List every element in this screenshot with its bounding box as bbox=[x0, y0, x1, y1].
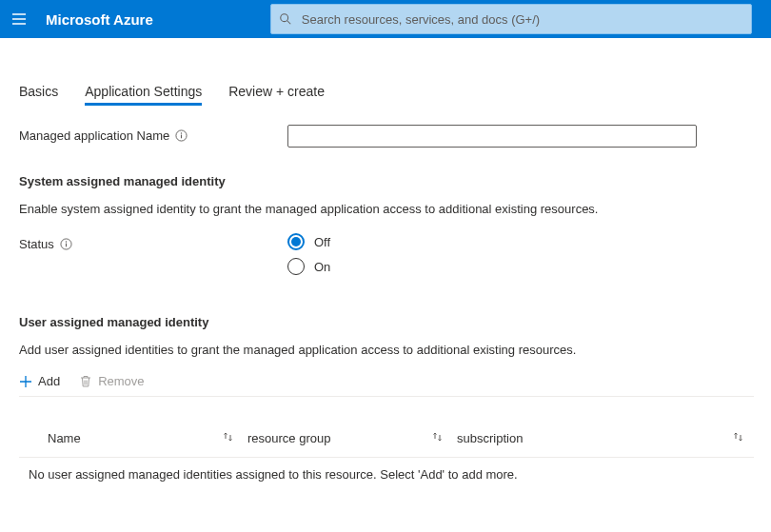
info-icon[interactable] bbox=[60, 238, 72, 250]
column-header-sub-label: subscription bbox=[457, 431, 523, 445]
system-identity-desc: Enable system assigned identity to grant… bbox=[19, 202, 754, 216]
system-identity-title: System assigned managed identity bbox=[19, 174, 754, 188]
svg-line-1 bbox=[287, 21, 291, 25]
status-label: Status bbox=[19, 237, 54, 251]
svg-point-6 bbox=[66, 241, 67, 242]
column-header-name-label: Name bbox=[48, 431, 81, 445]
status-radio-off[interactable]: Off bbox=[287, 233, 330, 250]
page-content: Basics Application Settings Review + cre… bbox=[0, 38, 771, 491]
status-radio-on[interactable]: On bbox=[287, 258, 330, 275]
identity-table-header: Name resource group subscription bbox=[19, 431, 754, 458]
svg-point-3 bbox=[181, 132, 182, 133]
user-identity-desc: Add user assigned identities to grant th… bbox=[19, 343, 754, 357]
tab-basics[interactable]: Basics bbox=[19, 80, 58, 106]
user-identity-title: User assigned managed identity bbox=[19, 315, 754, 329]
trash-icon bbox=[79, 375, 92, 388]
status-radio-on-label: On bbox=[314, 260, 330, 274]
managed-app-name-row: Managed application Name bbox=[19, 125, 754, 148]
column-header-name[interactable]: Name bbox=[29, 431, 247, 445]
plus-icon bbox=[19, 375, 32, 388]
sort-icon bbox=[432, 431, 457, 445]
status-label-container: Status bbox=[19, 233, 287, 251]
managed-app-name-label: Managed application Name bbox=[19, 128, 169, 143]
add-identity-button[interactable]: Add bbox=[19, 374, 60, 388]
tab-application-settings[interactable]: Application Settings bbox=[85, 80, 202, 106]
info-icon[interactable] bbox=[175, 129, 188, 142]
tab-review-create[interactable]: Review + create bbox=[228, 80, 325, 106]
hamburger-menu-button[interactable] bbox=[10, 0, 29, 38]
sort-icon bbox=[223, 431, 247, 445]
radio-button-icon bbox=[287, 258, 305, 275]
svg-point-0 bbox=[281, 14, 288, 22]
global-search[interactable] bbox=[270, 4, 752, 34]
column-header-resource-group[interactable]: resource group bbox=[247, 431, 457, 445]
managed-app-name-input[interactable] bbox=[287, 125, 697, 148]
add-identity-label: Add bbox=[38, 374, 60, 388]
azure-header: Microsoft Azure bbox=[0, 0, 771, 38]
column-header-subscription[interactable]: subscription bbox=[457, 431, 744, 445]
status-radio-group: Off On bbox=[287, 233, 330, 275]
status-row: Status Off On bbox=[19, 233, 754, 275]
svg-rect-7 bbox=[66, 244, 67, 247]
svg-rect-4 bbox=[181, 135, 182, 139]
brand-title: Microsoft Azure bbox=[46, 11, 153, 28]
global-search-input[interactable] bbox=[300, 11, 743, 28]
identity-toolbar: Add Remove bbox=[19, 374, 754, 397]
remove-identity-label: Remove bbox=[98, 374, 144, 388]
status-radio-off-label: Off bbox=[314, 235, 330, 249]
remove-identity-button: Remove bbox=[79, 374, 144, 388]
hamburger-icon bbox=[11, 11, 27, 27]
sort-icon bbox=[733, 431, 744, 445]
radio-button-icon bbox=[287, 233, 305, 250]
column-header-rg-label: resource group bbox=[247, 431, 330, 445]
identity-table-empty-message: No user assigned managed identities assi… bbox=[19, 458, 754, 491]
managed-app-name-label-container: Managed application Name bbox=[19, 125, 287, 143]
search-icon bbox=[279, 12, 292, 26]
identity-table: Name resource group subscription No user… bbox=[19, 431, 754, 491]
create-tabs: Basics Application Settings Review + cre… bbox=[19, 80, 754, 106]
